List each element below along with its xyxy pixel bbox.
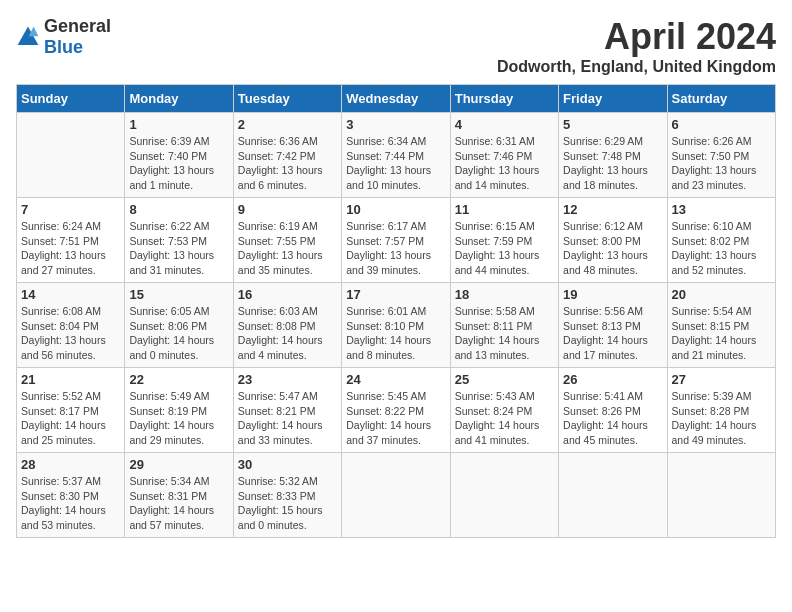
- day-info: Sunrise: 5:34 AMSunset: 8:31 PMDaylight:…: [129, 474, 228, 533]
- day-info: Sunrise: 6:24 AMSunset: 7:51 PMDaylight:…: [21, 219, 120, 278]
- calendar-cell: 27Sunrise: 5:39 AMSunset: 8:28 PMDayligh…: [667, 368, 775, 453]
- calendar-cell: 8Sunrise: 6:22 AMSunset: 7:53 PMDaylight…: [125, 198, 233, 283]
- day-number: 16: [238, 287, 337, 302]
- day-number: 21: [21, 372, 120, 387]
- day-info: Sunrise: 6:22 AMSunset: 7:53 PMDaylight:…: [129, 219, 228, 278]
- day-number: 14: [21, 287, 120, 302]
- calendar-cell: [667, 453, 775, 538]
- day-number: 2: [238, 117, 337, 132]
- day-info: Sunrise: 5:54 AMSunset: 8:15 PMDaylight:…: [672, 304, 771, 363]
- calendar-cell: 10Sunrise: 6:17 AMSunset: 7:57 PMDayligh…: [342, 198, 450, 283]
- week-row: 14Sunrise: 6:08 AMSunset: 8:04 PMDayligh…: [17, 283, 776, 368]
- calendar-cell: 30Sunrise: 5:32 AMSunset: 8:33 PMDayligh…: [233, 453, 341, 538]
- day-info: Sunrise: 5:37 AMSunset: 8:30 PMDaylight:…: [21, 474, 120, 533]
- calendar-cell: [450, 453, 558, 538]
- calendar-cell: 20Sunrise: 5:54 AMSunset: 8:15 PMDayligh…: [667, 283, 775, 368]
- calendar-cell: 13Sunrise: 6:10 AMSunset: 8:02 PMDayligh…: [667, 198, 775, 283]
- logo-general: General: [44, 16, 111, 36]
- header: General Blue April 2024 Dodworth, Englan…: [16, 16, 776, 76]
- calendar-cell: 28Sunrise: 5:37 AMSunset: 8:30 PMDayligh…: [17, 453, 125, 538]
- calendar-cell: 5Sunrise: 6:29 AMSunset: 7:48 PMDaylight…: [559, 113, 667, 198]
- day-number: 17: [346, 287, 445, 302]
- day-number: 23: [238, 372, 337, 387]
- calendar-cell: 26Sunrise: 5:41 AMSunset: 8:26 PMDayligh…: [559, 368, 667, 453]
- day-header-thursday: Thursday: [450, 85, 558, 113]
- day-info: Sunrise: 5:32 AMSunset: 8:33 PMDaylight:…: [238, 474, 337, 533]
- day-info: Sunrise: 6:01 AMSunset: 8:10 PMDaylight:…: [346, 304, 445, 363]
- day-number: 4: [455, 117, 554, 132]
- logo-blue: Blue: [44, 37, 83, 57]
- calendar-cell: 3Sunrise: 6:34 AMSunset: 7:44 PMDaylight…: [342, 113, 450, 198]
- calendar-table: SundayMondayTuesdayWednesdayThursdayFrid…: [16, 84, 776, 538]
- day-info: Sunrise: 6:26 AMSunset: 7:50 PMDaylight:…: [672, 134, 771, 193]
- day-number: 11: [455, 202, 554, 217]
- day-header-tuesday: Tuesday: [233, 85, 341, 113]
- calendar-cell: 24Sunrise: 5:45 AMSunset: 8:22 PMDayligh…: [342, 368, 450, 453]
- day-info: Sunrise: 5:56 AMSunset: 8:13 PMDaylight:…: [563, 304, 662, 363]
- day-number: 19: [563, 287, 662, 302]
- calendar-cell: 23Sunrise: 5:47 AMSunset: 8:21 PMDayligh…: [233, 368, 341, 453]
- day-number: 24: [346, 372, 445, 387]
- day-number: 5: [563, 117, 662, 132]
- day-info: Sunrise: 5:47 AMSunset: 8:21 PMDaylight:…: [238, 389, 337, 448]
- calendar-cell: 15Sunrise: 6:05 AMSunset: 8:06 PMDayligh…: [125, 283, 233, 368]
- day-header-friday: Friday: [559, 85, 667, 113]
- calendar-cell: 29Sunrise: 5:34 AMSunset: 8:31 PMDayligh…: [125, 453, 233, 538]
- day-number: 8: [129, 202, 228, 217]
- title-area: April 2024 Dodworth, England, United Kin…: [497, 16, 776, 76]
- calendar-cell: 1Sunrise: 6:39 AMSunset: 7:40 PMDaylight…: [125, 113, 233, 198]
- logo-icon: [16, 25, 40, 49]
- day-info: Sunrise: 5:58 AMSunset: 8:11 PMDaylight:…: [455, 304, 554, 363]
- calendar-cell: 11Sunrise: 6:15 AMSunset: 7:59 PMDayligh…: [450, 198, 558, 283]
- day-header-sunday: Sunday: [17, 85, 125, 113]
- calendar-cell: 22Sunrise: 5:49 AMSunset: 8:19 PMDayligh…: [125, 368, 233, 453]
- calendar-cell: 17Sunrise: 6:01 AMSunset: 8:10 PMDayligh…: [342, 283, 450, 368]
- calendar-cell: 2Sunrise: 6:36 AMSunset: 7:42 PMDaylight…: [233, 113, 341, 198]
- day-number: 29: [129, 457, 228, 472]
- day-info: Sunrise: 6:19 AMSunset: 7:55 PMDaylight:…: [238, 219, 337, 278]
- day-number: 3: [346, 117, 445, 132]
- day-info: Sunrise: 6:10 AMSunset: 8:02 PMDaylight:…: [672, 219, 771, 278]
- day-info: Sunrise: 5:41 AMSunset: 8:26 PMDaylight:…: [563, 389, 662, 448]
- day-info: Sunrise: 6:39 AMSunset: 7:40 PMDaylight:…: [129, 134, 228, 193]
- day-number: 25: [455, 372, 554, 387]
- day-number: 13: [672, 202, 771, 217]
- day-number: 9: [238, 202, 337, 217]
- week-row: 7Sunrise: 6:24 AMSunset: 7:51 PMDaylight…: [17, 198, 776, 283]
- calendar-cell: [17, 113, 125, 198]
- calendar-cell: 4Sunrise: 6:31 AMSunset: 7:46 PMDaylight…: [450, 113, 558, 198]
- day-number: 20: [672, 287, 771, 302]
- calendar-cell: 12Sunrise: 6:12 AMSunset: 8:00 PMDayligh…: [559, 198, 667, 283]
- day-number: 26: [563, 372, 662, 387]
- calendar-cell: 16Sunrise: 6:03 AMSunset: 8:08 PMDayligh…: [233, 283, 341, 368]
- day-info: Sunrise: 6:03 AMSunset: 8:08 PMDaylight:…: [238, 304, 337, 363]
- day-info: Sunrise: 6:05 AMSunset: 8:06 PMDaylight:…: [129, 304, 228, 363]
- day-info: Sunrise: 5:52 AMSunset: 8:17 PMDaylight:…: [21, 389, 120, 448]
- day-info: Sunrise: 6:17 AMSunset: 7:57 PMDaylight:…: [346, 219, 445, 278]
- day-info: Sunrise: 6:08 AMSunset: 8:04 PMDaylight:…: [21, 304, 120, 363]
- day-header-monday: Monday: [125, 85, 233, 113]
- location-title: Dodworth, England, United Kingdom: [497, 58, 776, 76]
- calendar-cell: 7Sunrise: 6:24 AMSunset: 7:51 PMDaylight…: [17, 198, 125, 283]
- calendar-cell: 14Sunrise: 6:08 AMSunset: 8:04 PMDayligh…: [17, 283, 125, 368]
- calendar-cell: [559, 453, 667, 538]
- day-info: Sunrise: 5:45 AMSunset: 8:22 PMDaylight:…: [346, 389, 445, 448]
- day-number: 22: [129, 372, 228, 387]
- calendar-cell: 25Sunrise: 5:43 AMSunset: 8:24 PMDayligh…: [450, 368, 558, 453]
- calendar-cell: 18Sunrise: 5:58 AMSunset: 8:11 PMDayligh…: [450, 283, 558, 368]
- day-number: 30: [238, 457, 337, 472]
- day-info: Sunrise: 6:15 AMSunset: 7:59 PMDaylight:…: [455, 219, 554, 278]
- calendar-cell: 19Sunrise: 5:56 AMSunset: 8:13 PMDayligh…: [559, 283, 667, 368]
- day-number: 7: [21, 202, 120, 217]
- day-number: 15: [129, 287, 228, 302]
- day-info: Sunrise: 6:29 AMSunset: 7:48 PMDaylight:…: [563, 134, 662, 193]
- day-info: Sunrise: 5:49 AMSunset: 8:19 PMDaylight:…: [129, 389, 228, 448]
- day-header-wednesday: Wednesday: [342, 85, 450, 113]
- header-row: SundayMondayTuesdayWednesdayThursdayFrid…: [17, 85, 776, 113]
- week-row: 21Sunrise: 5:52 AMSunset: 8:17 PMDayligh…: [17, 368, 776, 453]
- day-info: Sunrise: 6:12 AMSunset: 8:00 PMDaylight:…: [563, 219, 662, 278]
- day-info: Sunrise: 5:39 AMSunset: 8:28 PMDaylight:…: [672, 389, 771, 448]
- calendar-cell: [342, 453, 450, 538]
- day-info: Sunrise: 6:36 AMSunset: 7:42 PMDaylight:…: [238, 134, 337, 193]
- week-row: 28Sunrise: 5:37 AMSunset: 8:30 PMDayligh…: [17, 453, 776, 538]
